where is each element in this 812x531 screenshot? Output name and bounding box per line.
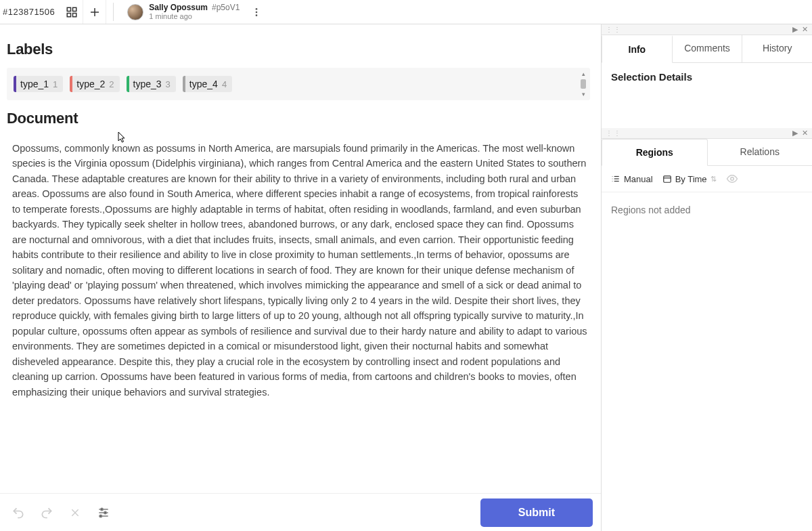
annotator-name: Sally Opossum — [149, 3, 208, 12]
visibility-toggle[interactable] — [726, 173, 738, 185]
label-hotkey: 2 — [109, 79, 114, 89]
svg-rect-23 — [663, 176, 671, 182]
list-icon — [611, 174, 621, 184]
annotation-chip[interactable]: Sally Opossum#p5oV1 1 minute ago — [120, 0, 246, 24]
label-name: type_2 — [76, 79, 105, 89]
task-id: #123871506 — [0, 0, 60, 24]
order-by-time-button[interactable]: By Time ⇅ — [662, 174, 717, 184]
tab-history[interactable]: History — [742, 35, 812, 62]
sort-icon: ⇅ — [710, 175, 717, 184]
left-pane: Labels type_11 type_22 type_33 type_44 ▴… — [0, 24, 601, 531]
chevron-down-icon: ▾ — [582, 91, 585, 98]
label-name: type_4 — [189, 79, 218, 89]
annotation-id: #p5oV1 — [212, 3, 240, 12]
order-by-time-label: By Time — [675, 174, 707, 184]
label-name: type_1 — [20, 79, 49, 89]
svg-point-14 — [101, 508, 103, 510]
task-id-text: #123871506 — [3, 7, 55, 17]
svg-rect-1 — [72, 7, 76, 11]
tab-comments[interactable]: Comments — [673, 35, 743, 62]
drag-dots-icon: ⋮⋮ — [606, 26, 622, 33]
submit-button[interactable]: Submit — [480, 498, 593, 527]
label-hotkey: 4 — [222, 79, 227, 89]
avatar — [127, 4, 143, 20]
panel-drag-handle[interactable]: ⋮⋮ ▶ ✕ — [602, 24, 812, 35]
labels-scroll-indicator[interactable]: ▴ ▾ — [581, 70, 586, 98]
main-area: Labels type_11 type_22 type_33 type_44 ▴… — [0, 24, 812, 531]
chevron-up-icon: ▴ — [582, 70, 585, 77]
label-type-1[interactable]: type_11 — [14, 76, 63, 92]
label-hotkey: 1 — [53, 79, 58, 89]
grid-view-button[interactable] — [60, 0, 83, 24]
left-scroll[interactable]: Labels type_11 type_22 type_33 type_44 ▴… — [0, 24, 601, 493]
eye-icon — [726, 173, 738, 185]
svg-point-6 — [256, 8, 258, 10]
panel-collapse-button[interactable]: ▶ — [792, 129, 798, 137]
svg-point-16 — [99, 515, 102, 517]
region-tools: Manual By Time ⇅ — [602, 166, 812, 192]
panel-close-button[interactable]: ✕ — [802, 25, 808, 34]
panel-collapse-button[interactable]: ▶ — [792, 25, 798, 34]
svg-point-8 — [256, 14, 258, 16]
info-panel: ⋮⋮ ▶ ✕ Info Comments History Selection D… — [602, 24, 812, 125]
divider — [113, 3, 114, 21]
group-manual-button[interactable]: Manual — [611, 174, 653, 184]
tab-relations[interactable]: Relations — [708, 139, 813, 165]
sliders-icon — [97, 506, 110, 519]
label-name: type_3 — [133, 79, 162, 89]
group-manual-label: Manual — [624, 174, 653, 184]
grid-icon — [66, 6, 78, 18]
settings-button[interactable] — [93, 503, 114, 523]
panel-drag-handle[interactable]: ⋮⋮ ▶ ✕ — [602, 128, 812, 139]
bottom-toolbar: Submit — [0, 493, 601, 531]
labels-scroll-thumb[interactable] — [581, 79, 586, 89]
region-tabs: Regions Relations — [602, 139, 812, 166]
label-type-4[interactable]: type_44 — [183, 76, 232, 92]
document-heading: Document — [7, 110, 590, 127]
undo-icon — [12, 506, 25, 519]
svg-point-25 — [730, 177, 734, 181]
close-icon — [70, 507, 81, 518]
tab-regions[interactable]: Regions — [602, 139, 708, 166]
right-pane: ⋮⋮ ▶ ✕ Info Comments History Selection D… — [601, 24, 812, 531]
labels-heading: Labels — [7, 41, 590, 58]
undo-button[interactable] — [8, 503, 28, 523]
tab-info[interactable]: Info — [602, 35, 673, 63]
info-tabs: Info Comments History — [602, 35, 812, 63]
add-button[interactable] — [83, 0, 106, 24]
label-hotkey: 3 — [166, 79, 171, 89]
svg-point-7 — [256, 11, 258, 13]
annotation-time: 1 minute ago — [149, 12, 240, 20]
labels-container: type_11 type_22 type_33 type_44 ▴ ▾ — [7, 68, 590, 100]
annotation-meta: Sally Opossum#p5oV1 1 minute ago — [149, 3, 240, 20]
regions-panel: ⋮⋮ ▶ ✕ Regions Relations Manual By Time — [602, 128, 812, 531]
drag-dots-icon: ⋮⋮ — [606, 129, 622, 137]
selection-details-heading: Selection Details — [611, 71, 803, 83]
calendar-icon — [662, 174, 672, 184]
svg-point-15 — [104, 511, 106, 513]
annotation-menu-button[interactable] — [246, 0, 267, 24]
top-bar: #123871506 Sally Opossum#p5oV1 1 minute … — [0, 0, 812, 24]
info-body: Selection Details — [602, 63, 812, 125]
redo-button[interactable] — [37, 503, 57, 523]
label-type-3[interactable]: type_33 — [127, 76, 176, 92]
plus-icon — [89, 6, 101, 18]
panel-close-button[interactable]: ✕ — [802, 129, 808, 137]
redo-icon — [40, 506, 53, 519]
svg-rect-2 — [67, 13, 70, 16]
svg-rect-3 — [72, 13, 76, 16]
document-body[interactable]: Opossums, commonly known as possums in N… — [7, 137, 590, 400]
reset-button[interactable] — [65, 503, 85, 523]
regions-empty-text: Regions not added — [602, 192, 812, 228]
label-type-2[interactable]: type_22 — [70, 76, 119, 92]
svg-rect-0 — [67, 7, 70, 11]
kebab-icon — [251, 7, 262, 18]
